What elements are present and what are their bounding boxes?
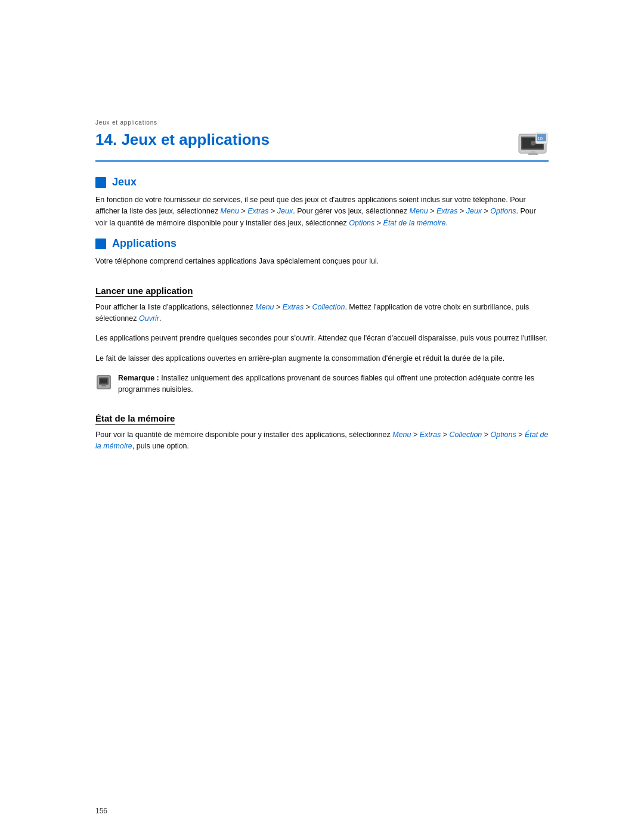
extras-link-3[interactable]: Extras xyxy=(283,303,304,311)
lancer-para-1: Pour afficher la liste d'applications, s… xyxy=(95,302,549,325)
ouvrir-link[interactable]: Ouvrir xyxy=(139,314,159,323)
subsection-etat: État de la mémoire Pour voir la quantité… xyxy=(95,404,549,453)
section-applications-heading: Applications xyxy=(95,237,549,250)
lancer-para-3: Le fait de laisser des applications ouve… xyxy=(95,353,549,364)
jeux-link-1[interactable]: Jeux xyxy=(277,207,293,215)
note-icon xyxy=(95,374,112,391)
section-jeux-title: Jeux xyxy=(112,176,137,188)
etat-heading: État de la mémoire xyxy=(95,413,175,425)
chapter-header: 14. Jeux et applications 10 xyxy=(95,131,549,162)
svg-rect-5 xyxy=(528,153,538,155)
extras-link-4[interactable]: Extras xyxy=(420,431,441,439)
section-applications-title: Applications xyxy=(112,237,177,250)
extras-link-2[interactable]: Extras xyxy=(436,207,457,215)
svg-point-3 xyxy=(531,141,535,145)
jeux-body: En fonction de votre fournisseur de serv… xyxy=(95,194,549,229)
section-jeux-square xyxy=(95,177,106,188)
extras-link-1[interactable]: Extras xyxy=(247,207,268,215)
note-text: Remarque : Installez uniquement des appl… xyxy=(118,373,549,395)
svg-rect-13 xyxy=(101,385,106,386)
menu-link-3[interactable]: Menu xyxy=(255,303,274,311)
etat-memoire-link-1[interactable]: État de la mémoire xyxy=(383,219,446,227)
options-link-3[interactable]: Options xyxy=(491,431,516,439)
svg-rect-4 xyxy=(531,151,535,153)
menu-link-4[interactable]: Menu xyxy=(392,431,411,439)
menu-link-2[interactable]: Menu xyxy=(409,207,428,215)
collection-link-2[interactable]: Collection xyxy=(449,431,482,439)
options-link-1[interactable]: Options xyxy=(490,207,516,215)
applications-intro: Votre téléphone comprend certaines appli… xyxy=(95,256,549,267)
section-jeux-heading: Jeux xyxy=(95,176,549,188)
options-link-2[interactable]: Options xyxy=(349,219,374,227)
lancer-heading: Lancer une application xyxy=(95,286,193,297)
etat-para-1: Pour voir la quantité de mémoire disponi… xyxy=(95,429,549,453)
subsection-lancer: Lancer une application Pour afficher la … xyxy=(95,276,549,395)
page-container: Jeux et applications 14. Jeux et applica… xyxy=(95,0,549,833)
section-applications-square xyxy=(95,239,106,249)
chapter-icon: 10 xyxy=(518,132,549,157)
page-number: 156 xyxy=(95,807,107,815)
breadcrumb: Jeux et applications xyxy=(95,119,549,126)
svg-rect-12 xyxy=(100,379,107,383)
note-box: Remarque : Installez uniquement des appl… xyxy=(95,373,549,395)
lancer-para-2: Les applications peuvent prendre quelque… xyxy=(95,333,549,344)
note-label: Remarque : xyxy=(118,374,161,382)
jeux-link-2[interactable]: Jeux xyxy=(466,207,482,215)
chapter-title: 14. Jeux et applications xyxy=(95,131,270,149)
svg-text:10: 10 xyxy=(537,136,543,141)
collection-link-1[interactable]: Collection xyxy=(312,303,345,311)
menu-link-1[interactable]: Menu xyxy=(221,207,239,215)
